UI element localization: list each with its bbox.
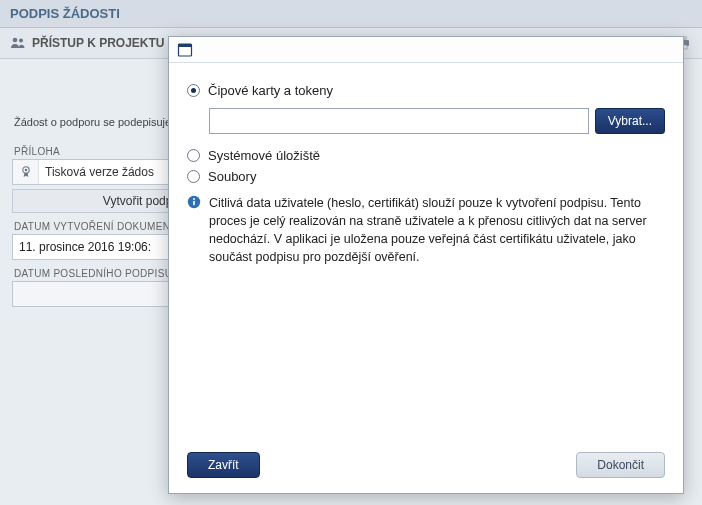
radio-chip-cards-label[interactable]: Čipové karty a tokeny [208, 83, 333, 98]
project-access-link[interactable]: PŘÍSTUP K PROJEKTU [10, 35, 164, 51]
dialog-footer: Zavřít Dokončit [169, 437, 683, 493]
info-icon [187, 195, 201, 209]
seal-icon [13, 160, 39, 184]
svg-point-6 [24, 169, 27, 172]
radio-chip-cards[interactable] [187, 84, 200, 97]
radio-files[interactable] [187, 170, 200, 183]
dialog-body: Čipové karty a tokeny Vybrat... Systémov… [169, 63, 683, 437]
svg-point-0 [13, 38, 18, 43]
svg-rect-10 [193, 201, 195, 206]
window-icon [177, 42, 193, 58]
info-text: Citlivá data uživatele (heslo, certifiká… [209, 194, 661, 267]
svg-point-11 [193, 198, 195, 200]
signature-source-dialog: Čipové karty a tokeny Vybrat... Systémov… [168, 36, 684, 494]
radio-files-label[interactable]: Soubory [208, 169, 256, 184]
page-title: PODPIS ŽÁDOSTI [0, 0, 702, 28]
svg-rect-8 [179, 44, 192, 47]
choose-button[interactable]: Vybrat... [595, 108, 665, 134]
dialog-titlebar [169, 37, 683, 63]
people-icon [10, 35, 26, 51]
radio-system-store-label[interactable]: Systémové úložiště [208, 148, 320, 163]
project-access-label: PŘÍSTUP K PROJEKTU [32, 36, 164, 50]
certificate-path-input[interactable] [209, 108, 589, 134]
svg-point-1 [19, 39, 23, 43]
radio-system-store[interactable] [187, 149, 200, 162]
close-button[interactable]: Zavřít [187, 452, 260, 478]
finish-button[interactable]: Dokončit [576, 452, 665, 478]
